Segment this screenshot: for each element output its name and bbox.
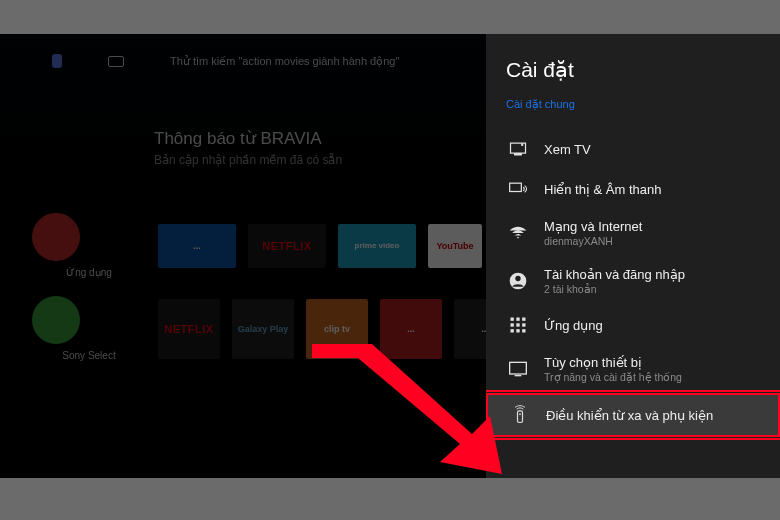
svg-rect-14 xyxy=(518,411,523,423)
menu-label: Mạng và Internet xyxy=(544,219,642,234)
tv-outline-icon xyxy=(508,359,528,379)
svg-rect-6 xyxy=(511,323,514,326)
settings-category: Cài đặt chung xyxy=(506,98,780,111)
menu-item-apps[interactable]: Ứng dụng xyxy=(506,305,780,345)
menu-label: Hiển thị & Âm thanh xyxy=(544,182,662,197)
menu-sublabel: Trợ năng và cài đặt hệ thống xyxy=(544,371,682,383)
svg-rect-5 xyxy=(522,318,525,321)
menu-label: Điều khiển từ xa và phụ kiện xyxy=(546,408,713,423)
dim-overlay xyxy=(0,34,486,478)
svg-rect-7 xyxy=(516,323,519,326)
svg-rect-4 xyxy=(516,318,519,321)
menu-item-remotes-accessories[interactable]: Điều khiển từ xa và phụ kiện xyxy=(486,393,780,437)
svg-rect-0 xyxy=(510,183,522,191)
settings-panel: Cài đặt Cài đặt chung Xem TV Hiển thị & … xyxy=(486,34,780,478)
svg-rect-11 xyxy=(522,329,525,332)
display-sound-icon xyxy=(508,179,528,199)
wifi-icon xyxy=(508,223,528,243)
menu-item-display-sound[interactable]: Hiển thị & Âm thanh xyxy=(506,169,780,209)
menu-item-network[interactable]: Mạng và Internet dienmayXANH xyxy=(506,209,780,257)
svg-rect-12 xyxy=(510,362,527,374)
svg-point-2 xyxy=(515,276,520,281)
menu-label: Ứng dụng xyxy=(544,318,603,333)
apps-grid-icon xyxy=(508,315,528,335)
svg-rect-3 xyxy=(511,318,514,321)
menu-label: Tài khoản và đăng nhập xyxy=(544,267,685,282)
svg-rect-8 xyxy=(522,323,525,326)
menu-item-watch-tv[interactable]: Xem TV xyxy=(506,129,780,169)
menu-item-device-prefs[interactable]: Tùy chọn thiết bị Trợ năng và cài đặt hệ… xyxy=(506,345,780,393)
svg-rect-9 xyxy=(511,329,514,332)
menu-label: Tùy chọn thiết bị xyxy=(544,355,682,370)
svg-point-15 xyxy=(519,413,521,415)
account-icon xyxy=(508,271,528,291)
menu-sublabel: 2 tài khoản xyxy=(544,283,685,295)
svg-rect-10 xyxy=(516,329,519,332)
remote-icon xyxy=(510,405,530,425)
settings-title: Cài đặt xyxy=(506,58,780,82)
menu-item-accounts[interactable]: Tài khoản và đăng nhập 2 tài khoản xyxy=(506,257,780,305)
menu-label: Xem TV xyxy=(544,142,591,157)
tv-icon xyxy=(508,139,528,159)
menu-sublabel: dienmayXANH xyxy=(544,235,642,247)
